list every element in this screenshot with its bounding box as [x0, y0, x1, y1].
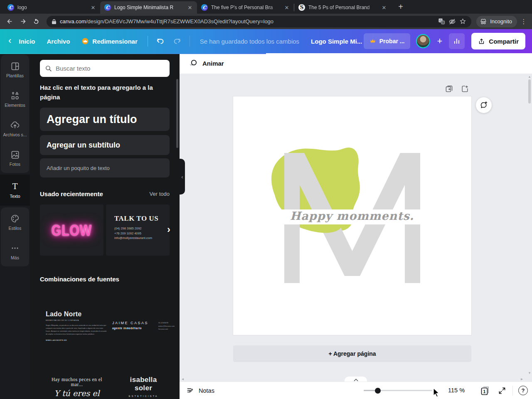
- combo-isabella-soler[interactable]: isabella soler ESTETICISTA isabella@bell…: [112, 376, 175, 399]
- combo-peces[interactable]: Hay muchos peces en el mar... Y tú eres …: [46, 377, 108, 399]
- search-input[interactable]: [56, 65, 165, 72]
- tab-five-ps[interactable]: C The five P's of Personal Bra ✕: [197, 1, 294, 14]
- canvas-toolbar: Animar: [180, 53, 532, 74]
- sidebar-item-estilos[interactable]: Estilos: [1, 207, 29, 237]
- vertical-scrollbar[interactable]: [528, 79, 531, 103]
- animate-button[interactable]: Animar: [202, 60, 224, 67]
- tab-logo-simple-minimalista[interactable]: C Logo Simple Minimalista R ✕: [100, 1, 197, 14]
- sidebar-item-texto[interactable]: T Texto: [0, 175, 30, 206]
- file-menu[interactable]: Archivo: [41, 38, 76, 45]
- add-page-button[interactable]: + Agregar página: [233, 345, 471, 362]
- loading-progress-bar: [0, 53, 266, 54]
- document-title[interactable]: Logo Simple Mi...: [311, 38, 362, 45]
- help-button[interactable]: ?: [518, 386, 528, 395]
- hscroll-left-arrow[interactable]: ◂: [182, 377, 184, 381]
- panel-hint-text: Haz clic en el texto para agregarlo a la…: [40, 83, 170, 102]
- panel-scrollbar[interactable]: [176, 79, 178, 148]
- font-combinations-title: Combinaciones de fuentes: [40, 276, 170, 283]
- font-combinations-grid: Lado Norte BIENES RAÍCES DE SU CONFIANZA…: [40, 287, 170, 399]
- header-separator: [190, 36, 190, 47]
- add-body-text-button[interactable]: Añadir un poquito de texto: [40, 158, 170, 177]
- hscroll-right-arrow[interactable]: ▸: [521, 377, 523, 381]
- bookmark-star-icon[interactable]: [459, 18, 466, 25]
- svg-text:文: 文: [442, 21, 444, 24]
- sidebar-item-fotos[interactable]: Fotos: [1, 143, 29, 173]
- recently-used-carousel: GLOW TALK TO US (04) 298 3985 2092 +76 2…: [40, 204, 170, 256]
- avatar[interactable]: [416, 34, 430, 48]
- resize-menu[interactable]: Redimensionar: [76, 37, 143, 45]
- canvas-area[interactable]: Happy momments. + Agregar página ◂ ▸ ▴ ▾: [180, 74, 532, 382]
- combo-lado-norte[interactable]: Lado Norte BIENES RAÍCES DE SU CONFIANZA…: [46, 310, 108, 341]
- new-tab-button[interactable]: +: [395, 1, 406, 12]
- header-separator: [148, 36, 148, 47]
- tab-title: The 5 Ps of Personal Brand: [308, 5, 377, 10]
- search-box[interactable]: [40, 60, 170, 77]
- glow-preview-text: GLOW: [40, 204, 103, 256]
- carousel-next-button[interactable]: ›: [167, 224, 170, 235]
- browser-menu-button[interactable]: ⋮: [520, 18, 528, 25]
- add-member-button[interactable]: +: [434, 36, 445, 47]
- try-pro-button[interactable]: Probar ...: [364, 33, 411, 49]
- chevron-up-icon: [354, 379, 358, 382]
- back-icon: [6, 18, 13, 25]
- zoom-slider[interactable]: [364, 390, 432, 391]
- notes-tray-handle[interactable]: [345, 377, 367, 382]
- share-button[interactable]: Compartir: [471, 33, 525, 49]
- tab-title: logo: [17, 5, 86, 10]
- logo-artwork: Happy momments.: [233, 96, 471, 335]
- tab-logo[interactable]: C logo ✕: [3, 1, 100, 14]
- canva-favicon: C: [7, 4, 14, 11]
- address-bar[interactable]: canva.com/design/DAE6VcJW7Mw/w4uTttjR7sE…: [47, 16, 471, 27]
- canva-favicon: C: [201, 4, 208, 11]
- page-count-icon: 1: [480, 385, 490, 396]
- close-icon[interactable]: ✕: [380, 4, 388, 11]
- workspace: Animar: [180, 53, 532, 399]
- cloud-upload-icon: [10, 120, 20, 130]
- redo-icon[interactable]: [172, 37, 182, 46]
- close-icon[interactable]: ✕: [186, 4, 194, 11]
- text-panel: Haz clic en el texto para agregarlo a la…: [30, 53, 180, 399]
- add-comment-button[interactable]: [476, 97, 492, 113]
- sidebar-item-plantillas[interactable]: Plantillas: [1, 55, 29, 84]
- close-icon[interactable]: ✕: [89, 4, 97, 11]
- recent-item-talk-to-us[interactable]: TALK TO US (04) 298 3985 2092 +76 209 10…: [106, 204, 170, 256]
- vscroll-down-arrow[interactable]: ▾: [527, 371, 532, 375]
- zoom-slider-knob[interactable]: [375, 388, 381, 394]
- translate-icon[interactable]: G 文: [438, 18, 445, 25]
- canva-header: ‹ Inicio Archivo Redimensionar Se han gu…: [0, 29, 532, 53]
- see-all-link[interactable]: Ver todo: [150, 191, 170, 197]
- forward-button[interactable]: [17, 16, 28, 27]
- insights-button[interactable]: [449, 33, 465, 49]
- add-heading-button[interactable]: Agregar un título: [40, 108, 170, 131]
- recent-item-glow[interactable]: GLOW: [40, 204, 103, 256]
- logo-script-text: Happy momments.: [290, 209, 414, 222]
- back-button[interactable]: [4, 16, 15, 27]
- home-menu[interactable]: Inicio: [13, 38, 41, 45]
- eye-off-icon[interactable]: [448, 18, 456, 25]
- duplicate-page-icon[interactable]: [445, 85, 453, 93]
- close-icon[interactable]: ✕: [283, 4, 291, 11]
- svg-text:1: 1: [483, 389, 486, 394]
- add-page-icon[interactable]: [461, 85, 469, 93]
- combo-jaime-casas[interactable]: JAIME CASAS agente inmobiliario 55-12345…: [112, 321, 175, 331]
- share-upload-icon: [478, 38, 485, 45]
- sidebar-item-mas[interactable]: Más: [1, 237, 29, 266]
- panel-collapse-handle[interactable]: ‹: [180, 159, 185, 195]
- tab-5-ps[interactable]: S The 5 Ps of Personal Brand ✕: [294, 1, 391, 14]
- add-subheading-button[interactable]: Agregar un subtítulo: [40, 135, 170, 155]
- notes-button[interactable]: Notas: [186, 382, 214, 399]
- back-to-home-chevron-icon[interactable]: ‹: [7, 35, 13, 47]
- sidebar-item-archivos[interactable]: Archivos s...: [1, 114, 29, 143]
- canva-favicon: C: [104, 4, 111, 11]
- undo-icon[interactable]: [156, 37, 165, 46]
- fullscreen-button[interactable]: [498, 387, 506, 395]
- reload-button[interactable]: [31, 16, 42, 27]
- comment-plus-icon: [480, 101, 488, 109]
- vscroll-up-arrow[interactable]: ▴: [527, 74, 532, 79]
- design-page[interactable]: Happy momments.: [233, 96, 471, 335]
- page-indicator[interactable]: 1: [480, 385, 490, 396]
- templates-icon: [10, 62, 20, 71]
- sidebar-item-elementos[interactable]: Elementos: [1, 84, 29, 114]
- save-status-text: Se han guardado todos los cambios: [200, 38, 299, 45]
- incognito-icon: [480, 18, 487, 25]
